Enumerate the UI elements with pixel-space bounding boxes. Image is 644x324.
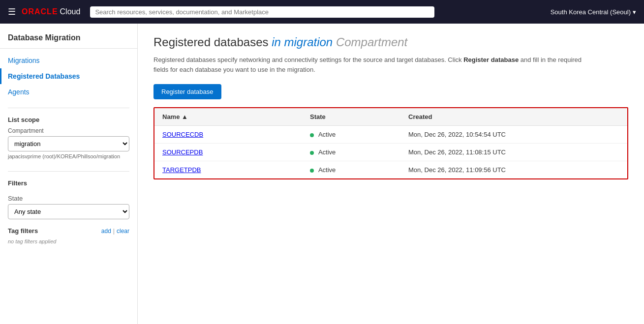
table-header-name[interactable]: Name ▲ — [154, 108, 302, 126]
table-row: TARGETPDB Active Mon, Dec 26, 2022, 11:0… — [154, 161, 627, 179]
description-text: Registered databases specify networking … — [153, 56, 463, 63]
chevron-down-icon: ▾ — [633, 8, 636, 16]
table-cell-name-sourcecdb: SOURCECDB — [154, 126, 302, 144]
oracle-brand-text: ORACLE — [22, 7, 58, 16]
compartment-label: Compartment — [0, 127, 137, 136]
status-dot-active-targetpdb — [310, 169, 314, 173]
tag-clear-link[interactable]: clear — [117, 228, 129, 235]
compartment-hint: japacisvprime (root)/KOREA/Phillsoo/migr… — [0, 153, 137, 167]
status-dot-active-sourcecdb — [310, 133, 314, 137]
region-label: South Korea Central (Seoul) — [551, 8, 631, 16]
table-cell-state-sourcepdb: Active — [302, 144, 400, 161]
database-link-sourcecdb[interactable]: SOURCECDB — [162, 131, 203, 138]
sidebar-link-agents[interactable]: Agents — [0, 84, 137, 100]
table-header-state[interactable]: State — [302, 108, 400, 126]
compartment-select[interactable]: migration — [8, 136, 129, 151]
status-label-targetpdb: Active — [318, 166, 336, 174]
table-header-name-label: Name — [162, 113, 180, 120]
table-cell-created-targetpdb: Mon, Dec 26, 2022, 11:09:56 UTC — [400, 161, 627, 179]
database-link-sourcepdb[interactable]: SOURCEPDB — [162, 148, 203, 156]
database-link-targetpdb[interactable]: TARGETPDB — [162, 166, 201, 174]
top-navigation: ☰ ORACLE Cloud South Korea Central (Seou… — [0, 0, 644, 24]
page-title-italic-gray: Compartment — [336, 35, 407, 49]
page-description: Registered databases specify networking … — [153, 55, 596, 74]
registered-databases-table-container: Name ▲ State Created SOURCECDB — [153, 107, 628, 179]
oracle-logo: ORACLE Cloud — [22, 7, 80, 16]
table-body: SOURCECDB Active Mon, Dec 26, 2022, 10:5… — [154, 126, 627, 179]
region-selector[interactable]: South Korea Central (Seoul) ▾ — [551, 8, 636, 16]
tag-filters-title: Tag filters — [8, 227, 38, 235]
table-cell-name-targetpdb: TARGETPDB — [154, 161, 302, 179]
state-filter-label: State — [0, 191, 137, 204]
tag-add-link[interactable]: add — [101, 228, 111, 235]
table-header-row: Name ▲ State Created — [154, 108, 627, 126]
sort-ascending-icon[interactable]: ▲ — [182, 113, 188, 120]
sidebar-item-migrations[interactable]: Migrations — [0, 53, 137, 68]
register-database-button[interactable]: Register database — [153, 84, 221, 99]
status-label-sourcecdb: Active — [318, 131, 336, 138]
table-header-created[interactable]: Created — [400, 108, 627, 126]
sidebar-item-registered-databases[interactable]: Registered Databases — [0, 68, 137, 84]
status-dot-active-sourcepdb — [310, 151, 314, 155]
sidebar-navigation: Migrations Registered Databases Agents — [0, 53, 137, 100]
table-row: SOURCECDB Active Mon, Dec 26, 2022, 10:5… — [154, 126, 627, 144]
page-title: Registered databases in migration Compar… — [153, 35, 628, 49]
state-select[interactable]: Any state Active Inactive — [8, 204, 129, 219]
tag-filters-actions: add | clear — [101, 228, 129, 235]
sidebar: Database Migration Migrations Registered… — [0, 24, 138, 324]
main-content: Registered databases in migration Compar… — [138, 24, 644, 324]
list-scope-title: List scope — [0, 116, 137, 127]
sidebar-link-registered-databases[interactable]: Registered Databases — [0, 68, 137, 84]
table-cell-state-targetpdb: Active — [302, 161, 400, 179]
hamburger-menu-icon[interactable]: ☰ — [8, 6, 16, 17]
search-input[interactable] — [95, 8, 429, 16]
filters-divider — [8, 171, 129, 172]
table-cell-created-sourcecdb: Mon, Dec 26, 2022, 10:54:54 UTC — [400, 126, 627, 144]
description-bold: Register database — [463, 56, 519, 63]
page-title-prefix: Registered databases — [153, 35, 272, 49]
cloud-brand-text: Cloud — [60, 7, 81, 16]
sidebar-item-agents[interactable]: Agents — [0, 84, 137, 100]
main-layout: Database Migration Migrations Registered… — [0, 24, 644, 324]
tag-pipe-separator: | — [113, 228, 115, 235]
page-title-italic-blue: in migration — [272, 35, 333, 49]
tag-filters-header: Tag filters add | clear — [0, 221, 137, 236]
search-bar[interactable] — [90, 6, 434, 18]
tag-filters-note: no tag filters applied — [0, 236, 137, 246]
table-cell-created-sourcepdb: Mon, Dec 26, 2022, 11:08:15 UTC — [400, 144, 627, 161]
sidebar-divider — [8, 108, 129, 108]
filters-title: Filters — [0, 179, 137, 191]
sidebar-title: Database Migration — [0, 33, 137, 49]
sidebar-link-migrations[interactable]: Migrations — [0, 53, 137, 68]
table-cell-state-sourcecdb: Active — [302, 126, 400, 144]
table-header: Name ▲ State Created — [154, 108, 627, 126]
registered-databases-table: Name ▲ State Created SOURCECDB — [154, 108, 627, 178]
table-cell-name-sourcepdb: SOURCEPDB — [154, 144, 302, 161]
status-label-sourcepdb: Active — [318, 148, 336, 156]
table-row: SOURCEPDB Active Mon, Dec 26, 2022, 11:0… — [154, 144, 627, 161]
